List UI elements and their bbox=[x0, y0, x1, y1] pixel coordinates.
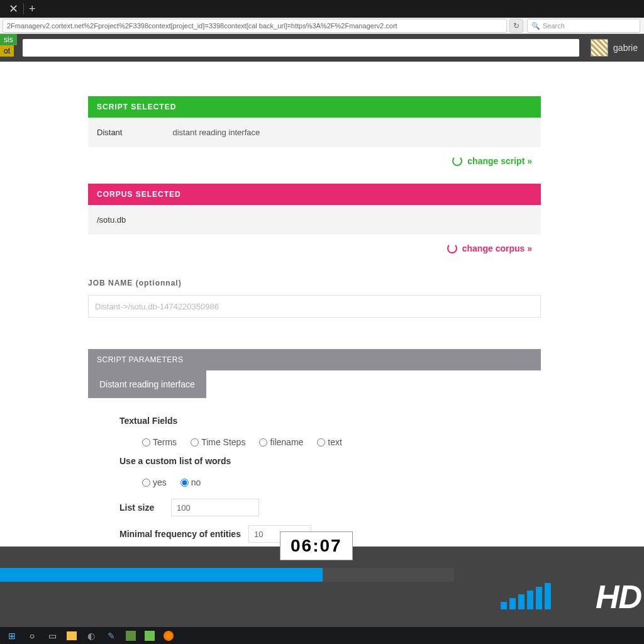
change-corpus-link[interactable]: change corpus » bbox=[447, 243, 532, 253]
list-size-input[interactable]: 100 bbox=[171, 499, 259, 516]
app-icon-1[interactable]: ◐ bbox=[86, 630, 97, 641]
avatar bbox=[591, 39, 608, 57]
browser-search-input[interactable]: 🔍 Search bbox=[527, 19, 640, 33]
app-icon-3[interactable] bbox=[126, 631, 136, 641]
browser-tab-strip: ✕ + bbox=[0, 0, 644, 18]
user-area[interactable]: gabrie bbox=[584, 39, 644, 57]
search-placeholder: Search bbox=[543, 22, 565, 30]
min-freq-label: Minimal frequency of entities bbox=[119, 529, 241, 539]
change-script-link[interactable]: change script » bbox=[452, 156, 532, 166]
hd-badge[interactable]: HD bbox=[596, 578, 644, 616]
refresh-icon bbox=[447, 243, 457, 253]
job-name-input[interactable]: Distant->/sotu.db-1474220350986 bbox=[88, 295, 541, 318]
windows-taskbar: ⊞ ○ ▭ ◐ ✎ bbox=[0, 627, 644, 644]
volume-bars-icon[interactable] bbox=[501, 583, 551, 609]
radio-text[interactable]: text bbox=[317, 437, 342, 447]
url-input[interactable]: 2Fmanagerv2.cortext.net%2Fproject%2F3398… bbox=[3, 19, 507, 33]
video-progress-track[interactable] bbox=[0, 568, 454, 582]
header-search-input[interactable] bbox=[23, 39, 579, 57]
taskview-icon[interactable]: ▭ bbox=[47, 630, 58, 641]
reload-button[interactable]: ↻ bbox=[509, 19, 523, 33]
url-bar: 2Fmanagerv2.cortext.net%2Fproject%2F3398… bbox=[0, 18, 644, 34]
list-size-label: List size bbox=[119, 502, 164, 513]
radio-yes[interactable]: yes bbox=[142, 477, 167, 487]
start-icon[interactable]: ⊞ bbox=[6, 630, 18, 641]
main-content: SCRIPT SELECTED Distant distant reading … bbox=[0, 62, 644, 563]
refresh-icon bbox=[452, 156, 462, 166]
search-task-icon[interactable]: ○ bbox=[26, 630, 38, 641]
sis-badge: sis bbox=[0, 34, 17, 45]
new-tab-icon[interactable]: + bbox=[24, 3, 41, 16]
app-icon-2[interactable]: ✎ bbox=[106, 630, 117, 641]
script-parameters-tab[interactable]: Distant reading interface bbox=[88, 370, 206, 398]
radio-filename[interactable]: filename bbox=[259, 437, 303, 447]
corpus-info-row: /sotu.db bbox=[88, 205, 541, 235]
script-info-row: Distant distant reading interface bbox=[88, 118, 541, 147]
job-name-label: JOB NAME (optionnal) bbox=[88, 271, 541, 295]
script-parameters-header: SCRIPT PARAMETERS bbox=[88, 349, 541, 370]
change-script-label: change script » bbox=[467, 156, 532, 166]
explorer-icon[interactable] bbox=[67, 631, 77, 640]
app-header: sis ot gabrie bbox=[0, 34, 644, 62]
search-icon: 🔍 bbox=[531, 22, 540, 30]
firefox-icon[interactable] bbox=[164, 631, 174, 641]
video-time-tooltip: 06:07 bbox=[280, 531, 353, 560]
custom-list-heading: Use a custom list of words bbox=[119, 456, 509, 466]
radio-no[interactable]: no bbox=[180, 477, 201, 487]
custom-list-options: yes no bbox=[119, 475, 509, 490]
script-name: Distant bbox=[97, 128, 122, 137]
username-label: gabrie bbox=[613, 43, 638, 53]
textual-fields-options: Terms Time Steps filename text bbox=[119, 435, 509, 450]
change-corpus-label: change corpus » bbox=[462, 243, 532, 253]
textual-fields-heading: Textual Fields bbox=[119, 416, 509, 426]
tab-close-icon[interactable]: ✕ bbox=[4, 2, 23, 16]
video-controls-overlay: 06:07 HD bbox=[0, 547, 644, 627]
corpus-section-header: CORPUS SELECTED bbox=[88, 184, 541, 205]
radio-terms[interactable]: Terms bbox=[142, 437, 177, 447]
app-icon-4[interactable] bbox=[145, 631, 155, 641]
ot-badge: ot bbox=[0, 45, 14, 57]
script-description: distant reading interface bbox=[172, 128, 260, 137]
corpus-name: /sotu.db bbox=[97, 215, 126, 225]
radio-timesteps[interactable]: Time Steps bbox=[191, 437, 245, 447]
video-progress-fill bbox=[0, 568, 323, 582]
script-section-header: SCRIPT SELECTED bbox=[88, 96, 541, 118]
